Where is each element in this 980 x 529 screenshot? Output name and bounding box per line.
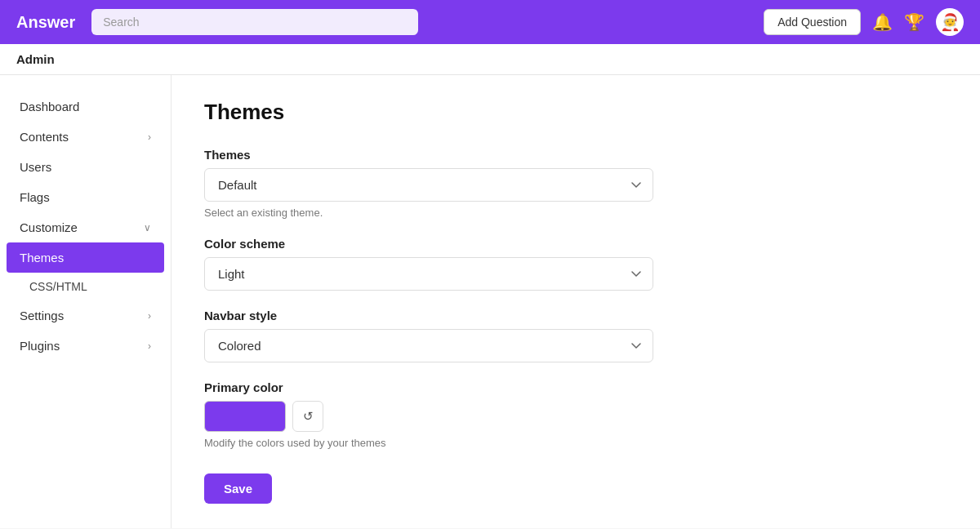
sidebar-item-dashboard[interactable]: Dashboard [0, 91, 171, 122]
bell-icon: 🔔 [872, 12, 893, 32]
sidebar-item-plugins[interactable]: Plugins › [0, 331, 171, 361]
sidebar-item-label: Contents [20, 130, 69, 144]
admin-bar: Admin [0, 44, 980, 75]
layout: Dashboard Contents › Users Flags Customi… [0, 75, 980, 528]
sidebar-item-users[interactable]: Users [0, 152, 171, 182]
chevron-down-icon: ∨ [144, 222, 151, 233]
chevron-right-icon: › [148, 310, 151, 322]
navbar-style-label: Navbar style [204, 309, 947, 322]
topbar: Answer Add Question 🔔 🏆 🧑‍🎄 [0, 0, 980, 44]
sidebar-item-css-html[interactable]: CSS/HTML [0, 273, 171, 300]
sidebar-item-label: Settings [20, 309, 64, 322]
sidebar-item-label: Flags [20, 190, 50, 204]
save-button[interactable]: Save [204, 473, 272, 504]
themes-section: Themes Default Custom Select an existing… [204, 148, 947, 219]
app-logo: Answer [16, 13, 75, 32]
avatar-emoji: 🧑‍🎄 [940, 12, 960, 32]
admin-label: Admin [16, 52, 55, 66]
sidebar-item-customize[interactable]: Customize ∨ [0, 212, 171, 242]
sidebar: Dashboard Contents › Users Flags Customi… [0, 75, 172, 528]
reset-color-button[interactable]: ↺ [292, 401, 323, 432]
primary-color-hint: Modify the colors used by your themes [204, 437, 947, 449]
sidebar-item-label: Dashboard [20, 100, 79, 113]
themes-hint: Select an existing theme. [204, 207, 947, 219]
sidebar-item-contents[interactable]: Contents › [0, 122, 171, 152]
reset-icon: ↺ [303, 409, 314, 424]
color-swatch[interactable] [204, 401, 286, 432]
notification-bell-button[interactable]: 🔔 [872, 12, 893, 32]
add-question-button[interactable]: Add Question [764, 9, 861, 35]
sidebar-item-label: Customize [20, 220, 78, 234]
primary-color-section: Primary color ↺ Modify the colors used b… [204, 380, 947, 449]
avatar[interactable]: 🧑‍🎄 [936, 8, 964, 36]
topbar-actions: Add Question 🔔 🏆 🧑‍🎄 [764, 8, 964, 36]
sidebar-item-themes[interactable]: Themes [7, 242, 164, 273]
primary-color-label: Primary color [204, 380, 947, 394]
sidebar-sub-item-label: Themes [20, 251, 64, 264]
color-scheme-select[interactable]: Light Dark Auto [204, 257, 653, 291]
main-content: Themes Themes Default Custom Select an e… [172, 75, 980, 528]
color-scheme-section: Color scheme Light Dark Auto [204, 237, 947, 291]
page-title: Themes [204, 100, 947, 125]
trophy-button[interactable]: 🏆 [904, 12, 924, 32]
themes-select[interactable]: Default Custom [204, 168, 653, 202]
color-row: ↺ [204, 401, 947, 432]
sidebar-item-label: Users [20, 160, 51, 174]
search-container [91, 9, 418, 35]
chevron-right-icon: › [148, 131, 151, 143]
trophy-icon: 🏆 [904, 12, 924, 32]
themes-label: Themes [204, 148, 947, 162]
navbar-style-section: Navbar style Colored Light Dark [204, 309, 947, 362]
chevron-right-icon: › [148, 340, 151, 352]
sidebar-item-label: Plugins [20, 339, 60, 353]
sidebar-sub-item-label: CSS/HTML [29, 280, 87, 293]
sidebar-item-flags[interactable]: Flags [0, 182, 171, 212]
color-scheme-label: Color scheme [204, 237, 947, 251]
search-input[interactable] [91, 9, 418, 35]
navbar-style-select[interactable]: Colored Light Dark [204, 329, 653, 362]
sidebar-item-settings[interactable]: Settings › [0, 300, 171, 331]
